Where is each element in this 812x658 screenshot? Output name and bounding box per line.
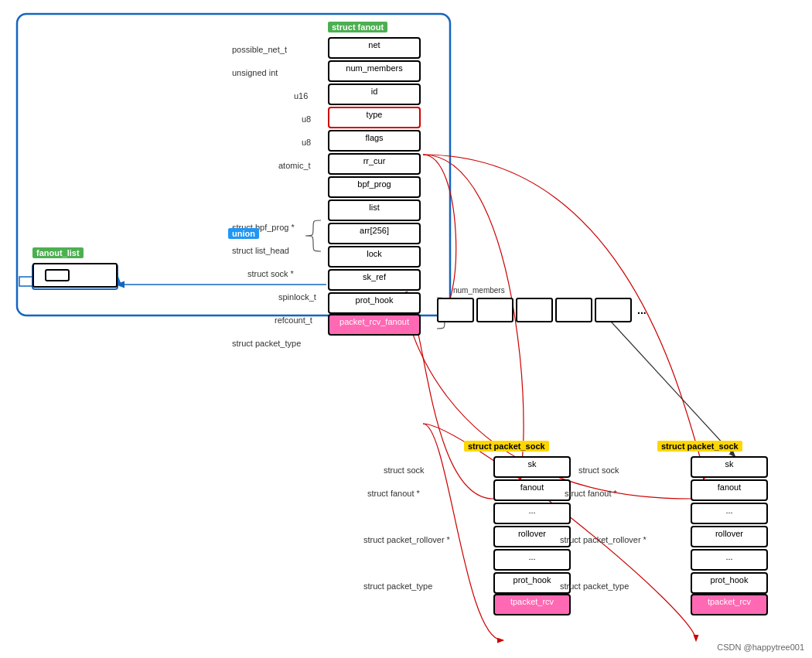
ps1-field-prot-hook: prot_hook bbox=[493, 572, 571, 594]
arr-cell-2 bbox=[516, 298, 553, 322]
field-bpf-prog: bpf_prog bbox=[328, 176, 421, 198]
field-num-members: num_members bbox=[328, 60, 421, 82]
fanout-list-inner-box bbox=[45, 269, 70, 281]
type-lock: spinlock_t bbox=[278, 292, 316, 302]
ps1-field-tpacket-rcv: tpacket_rcv bbox=[493, 594, 571, 615]
field-net: net bbox=[328, 37, 421, 59]
ps1-field-sk: sk bbox=[493, 456, 571, 478]
type-num-members: unsigned int bbox=[232, 68, 278, 77]
ps2-field-tpacket-rcv: tpacket_rcv bbox=[691, 594, 768, 615]
struct-packet-sock-2-label: struct packet_sock bbox=[657, 441, 742, 452]
arr-cell-1 bbox=[476, 298, 513, 322]
field-lock: lock bbox=[328, 246, 421, 268]
ps1-field-rollover: rollover bbox=[493, 526, 571, 547]
num-members-brace-label: num_members bbox=[453, 286, 505, 295]
ps1-type-sk: struct sock bbox=[384, 465, 425, 475]
arr-dots: ... bbox=[637, 304, 647, 316]
ps1-type-prot-hook: struct packet_type bbox=[363, 581, 432, 591]
watermark: CSDN @happytree001 bbox=[717, 643, 804, 652]
type-sk-ref: refcount_t bbox=[275, 315, 312, 325]
type-list: struct list_head bbox=[232, 246, 289, 255]
ps1-field-dots1: ... bbox=[493, 503, 571, 524]
ps1-field-dots2: ... bbox=[493, 549, 571, 571]
ps2-field-rollover: rollover bbox=[691, 526, 768, 547]
ps1-type-fanout: struct fanout * bbox=[367, 489, 420, 498]
field-type: type bbox=[328, 107, 421, 128]
struct-packet-sock-1-label: struct packet_sock bbox=[464, 441, 549, 452]
arr-cell-4 bbox=[595, 298, 632, 322]
ps2-field-dots2: ... bbox=[691, 549, 768, 571]
arr-cell-3 bbox=[555, 298, 592, 322]
field-list: list bbox=[328, 199, 421, 221]
union-label: union bbox=[228, 228, 259, 239]
field-packet-rcv-fanout: packet_rcv_fanout bbox=[328, 314, 421, 336]
type-flags: u8 bbox=[302, 138, 311, 147]
ps1-field-fanout: fanout bbox=[493, 479, 571, 501]
type-rr-cur: atomic_t bbox=[278, 161, 311, 170]
field-prot-hook: prot_hook bbox=[328, 292, 421, 314]
ps2-type-rollover: struct packet_rollover * bbox=[560, 535, 647, 544]
fanout-list-label: fanout_list bbox=[32, 247, 84, 258]
type-prot-hook: struct packet_type bbox=[232, 339, 301, 348]
field-sk-ref: sk_ref bbox=[328, 269, 421, 291]
ps2-field-dots1: ... bbox=[691, 503, 768, 524]
ps1-type-rollover: struct packet_rollover * bbox=[363, 535, 450, 544]
field-flags: flags bbox=[328, 130, 421, 152]
ps2-type-prot-hook: struct packet_type bbox=[560, 581, 629, 591]
type-id: u16 bbox=[294, 91, 308, 101]
ps2-type-sk: struct sock bbox=[578, 465, 619, 475]
field-id: id bbox=[328, 84, 421, 105]
arr-cell-0 bbox=[437, 298, 474, 322]
arr-cells-container: ... bbox=[437, 298, 647, 322]
field-rr-cur: rr_cur bbox=[328, 153, 421, 175]
struct-fanout-label: struct fanout bbox=[328, 22, 387, 32]
ps2-field-prot-hook: prot_hook bbox=[691, 572, 768, 594]
type-arr: struct sock * bbox=[247, 269, 294, 278]
type-net: possible_net_t bbox=[232, 45, 287, 54]
ps2-field-sk: sk bbox=[691, 456, 768, 478]
ps2-type-fanout: struct fanout * bbox=[565, 489, 617, 498]
field-arr: arr[256] bbox=[328, 223, 421, 244]
ps2-field-fanout: fanout bbox=[691, 479, 768, 501]
type-type: u8 bbox=[302, 114, 311, 124]
